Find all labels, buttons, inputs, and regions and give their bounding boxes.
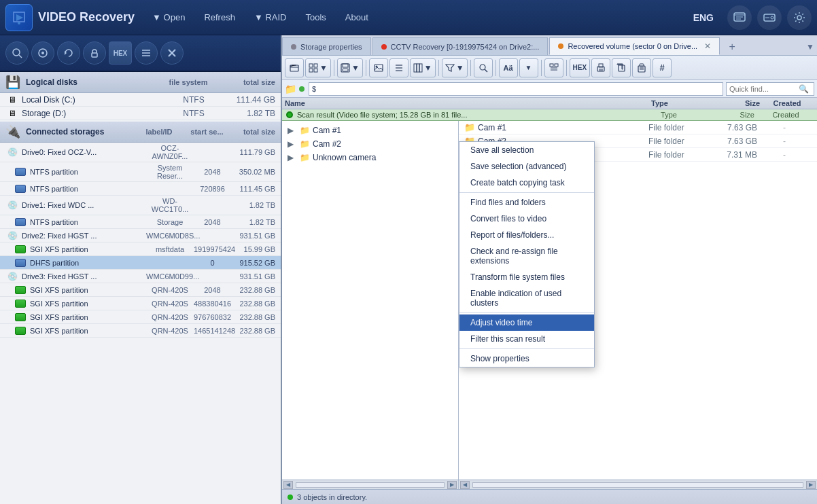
sgi-xfs-d3-4[interactable]: SGI XFS partition QRN-420S 1465141248 23… xyxy=(0,324,281,338)
svg-rect-29 xyxy=(343,69,348,71)
path-input[interactable]: $ xyxy=(309,82,723,96)
toolbar-search-btn[interactable] xyxy=(474,58,493,77)
storage-disk-d[interactable]: 🖥 Storage (D:) NTFS 1.82 TB xyxy=(0,107,281,120)
ctx-check-extensions[interactable]: Check and re-assign file extensions xyxy=(459,243,594,269)
menu-open[interactable]: ▼ ▼ OpenOpen xyxy=(145,10,192,25)
ctx-save-all[interactable]: Save all selection xyxy=(459,142,594,158)
status-text: 3 objects in directory. xyxy=(297,493,367,501)
tool-refresh[interactable] xyxy=(57,41,80,65)
sgi-xfs-d3-3[interactable]: SGI XFS partition QRN-420S 976760832 232… xyxy=(0,310,281,324)
search-input[interactable] xyxy=(729,85,797,93)
ctx-show-properties[interactable]: Show properties xyxy=(459,350,594,367)
ctx-adjust-video-time[interactable]: Adjust video time xyxy=(459,314,594,331)
drive3[interactable]: 💿 Drive3: Fixed HGST ... WMC6M0D99... 93… xyxy=(0,270,281,283)
status-dot xyxy=(288,494,293,500)
scroll-left-btn2[interactable]: ◀ xyxy=(460,481,470,489)
drive1-icon: 💿 xyxy=(5,200,19,210)
messages-icon-btn[interactable] xyxy=(727,5,752,30)
tool-search[interactable] xyxy=(5,41,29,65)
toolbar-save-btn[interactable]: ▼ xyxy=(337,58,363,77)
lang-button[interactable]: ENG xyxy=(685,10,722,26)
toolbar-grid-btn[interactable]: ▼ xyxy=(305,58,331,77)
partition-icon-4 xyxy=(14,245,27,254)
toolbar-print-btn[interactable] xyxy=(591,58,610,77)
search-icon[interactable]: 🔍 xyxy=(799,84,809,94)
sgi-xfs-d3-2[interactable]: SGI XFS partition QRN-420S 488380416 232… xyxy=(0,297,281,310)
scroll-right-btn[interactable]: ▶ xyxy=(447,481,457,489)
toolbar-copy-btn[interactable] xyxy=(612,58,631,77)
tree-cam2[interactable]: ▶ 📁 Cam #2 xyxy=(282,137,458,151)
toolbar-hex-btn[interactable]: HEX xyxy=(570,58,591,77)
ctx-transform[interactable]: Transform file system files xyxy=(459,269,594,285)
svg-point-8 xyxy=(771,16,773,19)
ntfs-partition-2[interactable]: NTFS partition 720896 111.45 GB xyxy=(0,182,281,196)
drive-icon-btn[interactable] xyxy=(757,5,782,30)
menu-about[interactable]: About xyxy=(338,10,375,25)
tab-recovered-volume[interactable]: Recovered volume (sector 0 on Drive... ✕ xyxy=(549,37,720,55)
file-row-cam1[interactable]: 📁Cam #1 File folder 7.63 GB - xyxy=(459,121,817,134)
tree-unknown-camera[interactable]: ▶ 📁 Unknown camera xyxy=(282,151,458,164)
ctx-find-files[interactable]: Find files and folders xyxy=(459,194,594,211)
svg-point-11 xyxy=(13,49,20,56)
menu-tools[interactable]: Tools xyxy=(298,10,332,25)
toolbar-filter-btn[interactable]: ▼ xyxy=(442,58,468,77)
ctx-enable-clusters[interactable]: Enable indication of used clusters xyxy=(459,285,594,311)
ctx-convert-video[interactable]: Convert files to video xyxy=(459,211,594,227)
sgi-xfs-d3-1[interactable]: SGI XFS partition QRN-420S 2048 232.88 G… xyxy=(0,283,281,297)
drive2[interactable]: 💿 Drive2: Fixed HGST ... WMC6M0D8S... 93… xyxy=(0,229,281,242)
toolbar-list-btn[interactable] xyxy=(389,58,408,77)
tool-scan[interactable] xyxy=(31,41,54,65)
toolbar-paste-btn[interactable] xyxy=(632,58,651,77)
svg-rect-41 xyxy=(555,64,558,67)
svg-rect-23 xyxy=(309,64,313,67)
toolbar-font-btn[interactable]: Aä xyxy=(499,58,518,77)
ntfs-partition-3[interactable]: NTFS partition Storage 2048 1.82 TB xyxy=(0,215,281,229)
tab-add-button[interactable]: + xyxy=(724,39,740,55)
drive3-icon: 💿 xyxy=(5,272,19,281)
toolbar-open-btn[interactable] xyxy=(285,58,304,77)
scroll-left-btn[interactable]: ◀ xyxy=(283,481,293,489)
tool-lock[interactable] xyxy=(83,41,106,65)
tree-cam1[interactable]: ▶ 📁 Cam #1 xyxy=(282,124,458,137)
local-disk-c[interactable]: 🖥 Local Disk (C:) NTFS 111.44 GB xyxy=(0,93,281,107)
tool-close[interactable] xyxy=(160,41,184,65)
drive0[interactable]: 💿 Drive0: Fixed OCZ-V... OCZ-AWNZ0F... 1… xyxy=(0,143,281,162)
menu-raid[interactable]: ▼ RAID xyxy=(247,10,294,25)
scroll-track-left[interactable] xyxy=(296,482,445,488)
file-area: Scan result (Video file system; 15.28 GB… xyxy=(282,109,817,489)
ctx-report[interactable]: Report of files/folders... xyxy=(459,227,594,243)
toolbar-img-btn[interactable] xyxy=(369,58,388,77)
svg-rect-26 xyxy=(314,69,317,72)
settings-icon-btn[interactable] xyxy=(787,5,812,30)
ctx-sep-1 xyxy=(459,192,594,193)
menu-refresh[interactable]: Refresh xyxy=(197,10,242,25)
dhfs-partition[interactable]: DHFS partition 0 915.52 GB xyxy=(0,256,281,270)
ctx-batch-copy[interactable]: Create batch copying task xyxy=(459,175,594,191)
ctx-save-advanced[interactable]: Save selection (advanced) xyxy=(459,158,594,175)
scroll-right-btn2[interactable]: ▶ xyxy=(806,481,816,489)
svg-marker-1 xyxy=(16,14,23,21)
tab-storage-properties[interactable]: Storage properties xyxy=(282,37,371,55)
scroll-track-right[interactable] xyxy=(472,482,803,488)
tab-cctv-recovery[interactable]: CCTV Recovery [0-1919975424 on Drive2:..… xyxy=(372,37,549,55)
tool-list[interactable] xyxy=(135,41,158,65)
horizontal-scrollbar[interactable]: ◀ ▶ ◀ ▶ xyxy=(282,480,817,489)
sgi-xfs-partition-1[interactable]: SGI XFS partition msftdata 1919975424 15… xyxy=(0,242,281,256)
toolbar-columns-btn[interactable]: ▼ xyxy=(410,58,436,77)
toolbar-hash-btn[interactable]: # xyxy=(653,58,672,77)
toolbar-thumb-btn[interactable] xyxy=(544,58,563,77)
search-box: 🔍 xyxy=(726,82,814,96)
path-folder-icon: 📁 xyxy=(285,84,296,94)
svg-rect-40 xyxy=(550,64,553,67)
tabs-menu-button[interactable]: ▼ xyxy=(803,39,817,55)
ctx-filter-scan[interactable]: Filter this scan result xyxy=(459,331,594,347)
ntfs-partition-1[interactable]: NTFS partition System Reser... 2048 350.… xyxy=(0,162,281,182)
tool-hex[interactable]: HEX xyxy=(109,41,132,65)
connected-storages-header: 🔌 Connected storages label/ID start se..… xyxy=(0,122,281,143)
drive1[interactable]: 💿 Drive1: Fixed WDC ... WD-WCC1T0... 1.8… xyxy=(0,196,281,215)
ctx-sep-3 xyxy=(459,348,594,349)
toolbar-sort-btn[interactable]: ▼ xyxy=(519,58,538,77)
svg-rect-36 xyxy=(417,64,419,72)
tab-close-recovered[interactable]: ✕ xyxy=(704,41,711,51)
scan-result-bar: Scan result (Video file system; 15.28 GB… xyxy=(282,109,817,121)
